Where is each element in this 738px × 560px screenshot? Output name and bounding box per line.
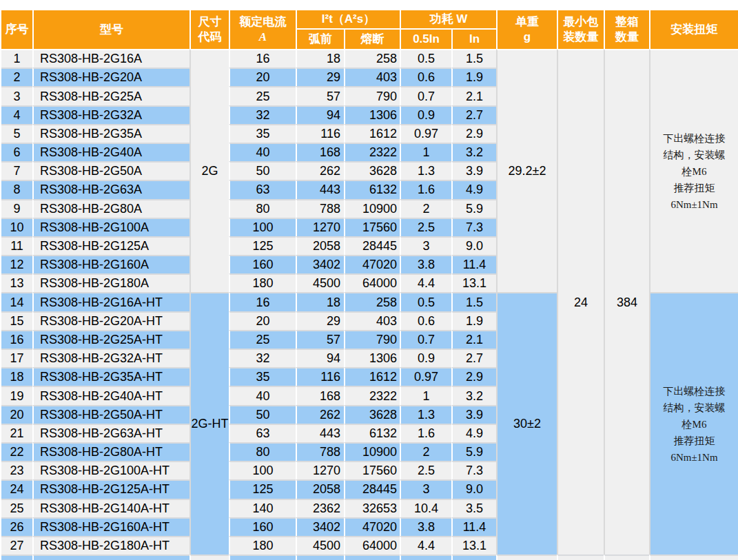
cell-serial: 23 <box>1 461 32 479</box>
cell-i2t-prearc: 4500 <box>296 536 344 554</box>
cell-i2t-prearc: 2058 <box>296 236 344 255</box>
cell-power-1in: 2.9 <box>451 367 496 386</box>
cell-power-05in: 1.6 <box>400 180 451 198</box>
cell-model: RS308-HB-2G140A-HT <box>32 499 189 517</box>
cell-i2t-melt: 17560 <box>344 218 400 236</box>
header-i2t-group: I²t（A²s） <box>296 10 400 30</box>
cell-model: RS308-HB-2G25A-HT <box>32 330 189 349</box>
cell-rated-current: 80 <box>229 199 296 218</box>
cell-power-05in: 0.7 <box>400 86 451 105</box>
cell-power-1in: 3.5 <box>451 499 496 517</box>
cell-model: RS308-HB-2G80A-HT <box>32 442 189 461</box>
cell-i2t-prearc: 2362 <box>296 499 344 517</box>
cell-i2t-prearc: 3402 <box>296 517 344 536</box>
cell-power-1in: 7.3 <box>451 461 496 479</box>
partial-row-cell <box>344 554 400 560</box>
partial-next-row <box>1 554 738 560</box>
cell-power-1in: 2.1 <box>451 86 496 105</box>
cell-i2t-melt: 1612 <box>344 124 400 143</box>
cell-rated-current: 180 <box>229 273 296 292</box>
cell-serial: 5 <box>1 124 32 143</box>
cell-i2t-melt: 28445 <box>344 479 400 498</box>
cell-serial: 16 <box>1 330 32 349</box>
cell-rated-current: 32 <box>229 105 296 124</box>
cell-power-05in: 3 <box>400 479 451 498</box>
cell-i2t-melt: 47020 <box>344 517 400 536</box>
cell-i2t-prearc: 57 <box>296 330 344 349</box>
cell-serial: 17 <box>1 349 32 367</box>
cell-model: RS308-HB-2G32A-HT <box>32 349 189 367</box>
cell-power-05in: 2.5 <box>400 218 451 236</box>
cell-i2t-melt: 403 <box>344 311 400 330</box>
partial-row-cell <box>32 554 189 560</box>
fuse-spec-table: 序号 型号 尺寸 代码 额定电流A I²t（A²s） 功耗 W 单重g 最小包 … <box>1 10 738 560</box>
cell-i2t-melt: 1612 <box>344 367 400 386</box>
cell-serial: 14 <box>1 292 32 311</box>
cell-i2t-melt: 17560 <box>344 461 400 479</box>
cell-rated-current: 25 <box>229 330 296 349</box>
cell-power-1in: 4.9 <box>451 424 496 442</box>
cell-i2t-prearc: 168 <box>296 143 344 161</box>
cell-power-05in: 0.9 <box>400 105 451 124</box>
cell-model: RS308-HB-2G160A-HT <box>32 517 189 536</box>
header-model: 型号 <box>32 10 189 49</box>
partial-row-cell <box>496 554 557 560</box>
cell-model: RS308-HB-2G100A-HT <box>32 461 189 479</box>
cell-rated-current: 125 <box>229 236 296 255</box>
partial-row-cell <box>400 554 451 560</box>
cell-power-05in: 4.4 <box>400 273 451 292</box>
cell-model: RS308-HB-2G160A <box>32 255 189 273</box>
cell-model: RS308-HB-2G16A-HT <box>32 292 189 311</box>
cell-model: RS308-HB-2G63A-HT <box>32 424 189 442</box>
cell-power-05in: 4.4 <box>400 536 451 554</box>
header-size-code: 尺寸 代码 <box>189 10 229 49</box>
partial-row-cell <box>451 554 496 560</box>
cell-power-1in: 9.0 <box>451 236 496 255</box>
cell-power-1in: 3.2 <box>451 386 496 404</box>
cell-rated-current: 16 <box>229 292 296 311</box>
cell-serial: 27 <box>1 536 32 554</box>
cell-serial: 4 <box>1 105 32 124</box>
cell-rated-current: 40 <box>229 143 296 161</box>
cell-i2t-melt: 2322 <box>344 386 400 404</box>
cell-serial: 11 <box>1 236 32 255</box>
cell-power-05in: 2 <box>400 442 451 461</box>
cell-serial: 8 <box>1 180 32 198</box>
cell-power-1in: 2.1 <box>451 330 496 349</box>
header-power-group: 功耗 W <box>400 10 496 30</box>
cell-power-1in: 2.7 <box>451 105 496 124</box>
cell-i2t-melt: 3628 <box>344 405 400 424</box>
header-serial: 序号 <box>1 10 32 49</box>
cell-model: RS308-HB-2G35A <box>32 124 189 143</box>
cell-model: RS308-HB-2G180A <box>32 273 189 292</box>
cell-power-1in: 3.2 <box>451 143 496 161</box>
cell-power-1in: 7.3 <box>451 218 496 236</box>
cell-i2t-melt: 28445 <box>344 236 400 255</box>
header-power-05in: 0.5In <box>400 30 451 49</box>
cell-model: RS308-HB-2G80A <box>32 199 189 218</box>
cell-rated-current: 50 <box>229 405 296 424</box>
cell-i2t-melt: 1306 <box>344 105 400 124</box>
cell-model: RS308-HB-2G50A-HT <box>32 405 189 424</box>
cell-serial: 15 <box>1 311 32 330</box>
cell-power-05in: 1.3 <box>400 161 451 180</box>
cell-serial: 1 <box>1 49 32 68</box>
cell-power-1in: 2.7 <box>451 349 496 367</box>
cell-rated-current: 50 <box>229 161 296 180</box>
cell-i2t-melt: 10900 <box>344 442 400 461</box>
cell-power-05in: 10.4 <box>400 499 451 517</box>
cell-power-05in: 0.7 <box>400 330 451 349</box>
cell-i2t-melt: 47020 <box>344 255 400 273</box>
cell-rated-current: 80 <box>229 442 296 461</box>
cell-rated-current: 20 <box>229 311 296 330</box>
cell-i2t-melt: 64000 <box>344 536 400 554</box>
cell-power-05in: 0.97 <box>400 124 451 143</box>
cell-power-1in: 3.9 <box>451 405 496 424</box>
partial-row-cell <box>604 554 649 560</box>
cell-power-1in: 9.0 <box>451 479 496 498</box>
cell-model: RS308-HB-2G35A-HT <box>32 367 189 386</box>
cell-rated-current: 100 <box>229 218 296 236</box>
cell-power-05in: 1 <box>400 143 451 161</box>
cell-rated-current: 35 <box>229 367 296 386</box>
cell-power-05in: 2.5 <box>400 461 451 479</box>
